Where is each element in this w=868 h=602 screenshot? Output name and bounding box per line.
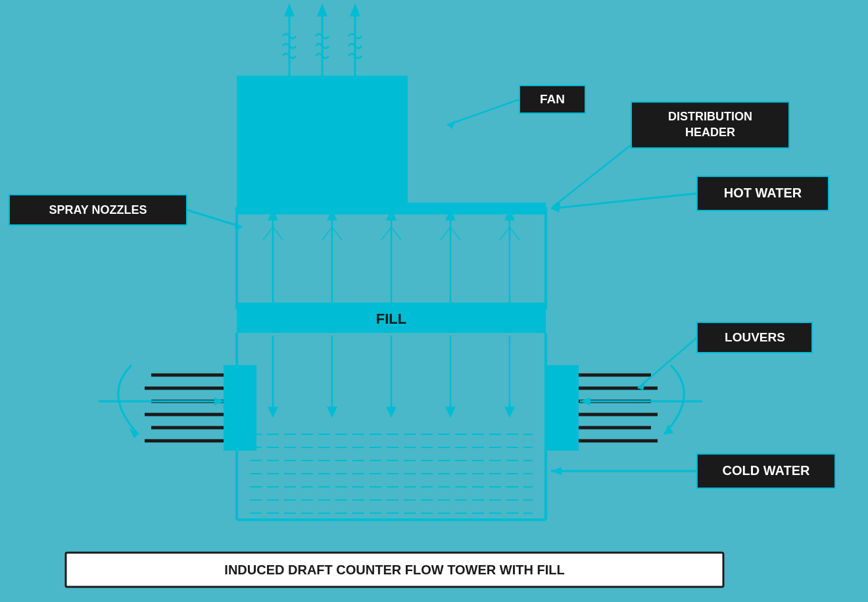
svg-rect-61 [224,365,256,451]
fill-label: FILL [376,311,406,327]
spray-nozzles-label: SPRAY NOZZLES [49,203,147,216]
diagram-container: FAN DISTRIBUTION HEADER HOT WATER SPRAY … [0,0,868,602]
svg-rect-7 [237,76,408,207]
distribution-header-label: DISTRIBUTION [668,110,752,123]
hot-water-label: HOT WATER [724,186,802,200]
svg-rect-71 [546,365,579,451]
svg-rect-0 [0,0,868,602]
distribution-header-label2: HEADER [685,126,735,139]
cold-water-label: COLD WATER [723,463,811,478]
svg-rect-11 [631,102,789,148]
louvers-label: LOUVERS [725,330,785,344]
fan-label: FAN [540,92,565,106]
caption-label: INDUCED DRAFT COUNTER FLOW TOWER WITH FI… [224,563,564,577]
